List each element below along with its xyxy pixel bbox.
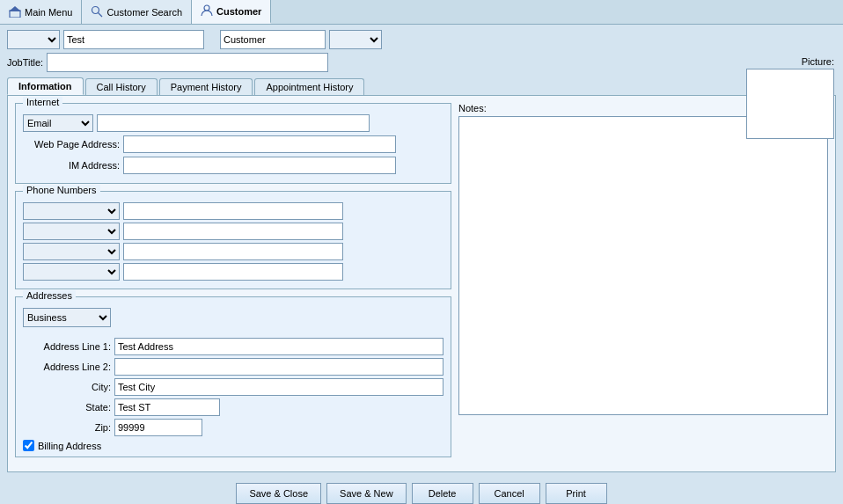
tab-call-history[interactable]: Call History (85, 78, 158, 95)
prefix-select[interactable] (7, 30, 60, 49)
phone-row-4 (23, 263, 443, 281)
delete-button[interactable]: Delete (412, 483, 473, 504)
phone-row-2 (23, 223, 443, 240)
svg-point-4 (204, 5, 209, 11)
tab-payment-history-label: Payment History (171, 82, 242, 92)
tab-customer-label: Customer (216, 6, 261, 17)
spacer-input (208, 30, 216, 49)
phone-title: Phone Numbers (23, 185, 100, 195)
phone-section: Phone Numbers (15, 191, 451, 289)
city-input[interactable] (114, 378, 443, 396)
tab-customer-search[interactable]: Customer Search (82, 0, 192, 24)
home-icon (9, 5, 21, 19)
phone-number-1[interactable] (123, 202, 343, 220)
im-label: IM Address: (23, 160, 120, 171)
first-name-input[interactable] (63, 30, 204, 49)
phone-row-1 (23, 202, 443, 220)
cancel-button[interactable]: Cancel (479, 483, 540, 504)
phone-type-4[interactable] (23, 263, 120, 281)
phone-number-4[interactable] (123, 263, 343, 281)
billing-checkbox[interactable] (23, 440, 34, 451)
billing-label: Billing Address (38, 441, 101, 451)
tab-main-menu[interactable]: Main Menu (0, 0, 82, 24)
left-panel: Internet Email Web Page Address: IM Addr… (15, 103, 451, 464)
email-type-select[interactable]: Email (23, 114, 93, 132)
tab-information-label: Information (18, 81, 72, 91)
addresses-section: Addresses Business Address Line 1: Addre… (15, 296, 451, 457)
phone-row-3 (23, 243, 443, 260)
tab-appointment-history-label: Appointment History (266, 82, 353, 92)
zip-input[interactable] (114, 419, 202, 436)
im-input[interactable] (123, 157, 396, 174)
address1-label: Address Line 1: (23, 341, 111, 352)
internet-title: Internet (23, 97, 62, 107)
last-name-input[interactable] (220, 30, 326, 49)
email-row: Email (23, 114, 443, 132)
section-tabs: Information Call History Payment History… (7, 77, 836, 95)
phone-number-3[interactable] (123, 243, 343, 260)
tab-payment-history[interactable]: Payment History (159, 78, 253, 95)
print-button[interactable]: Print (546, 483, 607, 504)
address2-input[interactable] (114, 358, 443, 376)
content-panel: Internet Email Web Page Address: IM Addr… (7, 95, 836, 472)
address-grid: Address Line 1: Address Line 2: City: St… (23, 338, 443, 436)
state-input[interactable] (114, 398, 220, 416)
phone-type-1[interactable] (23, 202, 120, 220)
jobtitle-label: JobTitle: (7, 57, 43, 68)
svg-line-3 (99, 12, 103, 17)
save-new-button[interactable]: Save & New (326, 483, 407, 504)
suffix-select[interactable] (329, 30, 382, 49)
city-label: City: (23, 382, 111, 392)
main-content: JobTitle: Picture: Information Call Hist… (0, 25, 843, 478)
zip-label: Zip: (23, 422, 111, 433)
phone-type-3[interactable] (23, 243, 120, 260)
webpage-label: Web Page Address: (23, 139, 120, 150)
address-type-select[interactable]: Business (23, 308, 111, 327)
address1-input[interactable] (114, 338, 443, 355)
title-bar: Main Menu Customer Search Customer (0, 0, 843, 25)
picture-label: Picture: (746, 56, 834, 67)
top-form (7, 30, 836, 49)
tab-appointment-history[interactable]: Appointment History (254, 78, 364, 95)
svg-marker-1 (9, 6, 21, 11)
jobtitle-input[interactable] (47, 53, 328, 72)
billing-row: Billing Address (23, 440, 443, 451)
email-input[interactable] (97, 114, 370, 132)
svg-rect-0 (10, 11, 20, 18)
right-panel: Notes: (458, 103, 828, 464)
phone-number-2[interactable] (123, 223, 343, 240)
search-icon (91, 5, 103, 19)
picture-box (746, 69, 834, 139)
bottom-bar: Save & Close Save & New Delete Cancel Pr… (0, 478, 843, 504)
picture-area: Picture: (746, 56, 834, 139)
im-row: IM Address: (23, 157, 443, 174)
tab-customer[interactable]: Customer (192, 0, 271, 24)
addresses-title: Addresses (23, 290, 76, 301)
save-close-button[interactable]: Save & Close (236, 483, 321, 504)
phone-type-2[interactable] (23, 223, 120, 240)
webpage-input[interactable] (123, 135, 396, 153)
tab-call-history-label: Call History (97, 82, 146, 92)
internet-section: Internet Email Web Page Address: IM Addr… (15, 103, 451, 184)
svg-point-2 (92, 6, 99, 13)
tab-customer-search-label: Customer Search (106, 7, 182, 18)
notes-textarea[interactable] (458, 116, 828, 415)
webpage-row: Web Page Address: (23, 135, 443, 153)
jobtitle-row: JobTitle: (7, 53, 836, 72)
tab-information[interactable]: Information (7, 77, 84, 95)
tab-main-menu-label: Main Menu (25, 7, 72, 18)
state-label: State: (23, 402, 111, 413)
address2-label: Address Line 2: (23, 362, 111, 372)
person-icon (201, 4, 213, 18)
